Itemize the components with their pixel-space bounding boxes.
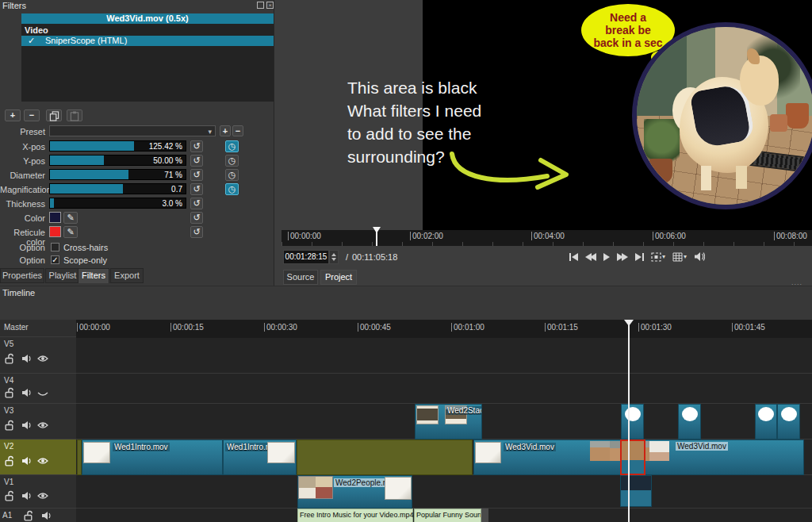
timeline-tracks-area[interactable]: 00:00:00 00:00:15 00:00:30 00:00:45 00:0… (76, 320, 812, 522)
fast-forward-button[interactable] (617, 253, 628, 261)
clip-wed1intro-2[interactable]: Wed1Intro.mov (223, 439, 297, 475)
lock-icon[interactable] (5, 455, 14, 466)
magnification-keyframes-button[interactable]: ◷ (225, 183, 239, 195)
hidden-eye-closed-icon[interactable] (37, 391, 48, 397)
track-header-a1[interactable]: A1 (0, 509, 76, 522)
spin-up-icon[interactable] (331, 253, 336, 256)
hide-eye-icon[interactable] (37, 492, 48, 500)
track-header-v3[interactable]: V3 (0, 404, 76, 439)
thickness-slider[interactable]: 3.0 % (49, 198, 186, 209)
master-track-header[interactable]: Master (0, 320, 76, 337)
track-header-v2-current[interactable]: V2 (0, 439, 76, 475)
clip-olive[interactable] (297, 439, 473, 475)
mute-icon[interactable] (41, 511, 52, 520)
diameter-reset-button[interactable]: ↺ (190, 169, 203, 181)
clip-wed2people[interactable]: Wed2People.mov (297, 475, 412, 509)
ypos-keyframes-button[interactable]: ◷ (225, 155, 239, 167)
clip-free-intro-music[interactable]: Free Intro Music for your Video.mp4 (297, 509, 413, 522)
track-label[interactable]: V3 (4, 406, 13, 415)
lock-icon[interactable] (24, 510, 33, 521)
magnification-value[interactable]: 0.7 (171, 185, 182, 194)
clip-popular-funny-sound[interactable]: Popular Funny Sound Ef (414, 509, 481, 522)
ypos-reset-button[interactable]: ↺ (190, 155, 203, 167)
track-header-v4[interactable]: V4 (0, 374, 76, 404)
diameter-keyframes-button[interactable]: ◷ (225, 169, 239, 181)
play-button[interactable] (603, 253, 610, 261)
add-filter-button[interactable]: + (5, 109, 21, 121)
filter-enabled-check-icon[interactable]: ✓ (28, 36, 35, 46)
rewind-button[interactable] (585, 253, 596, 261)
tab-export[interactable]: Export (110, 268, 144, 283)
track-label[interactable]: A1 (2, 511, 12, 520)
reticule-color-swatch[interactable] (49, 226, 61, 237)
tab-properties[interactable]: Properties (0, 268, 44, 283)
preset-dropdown[interactable]: ▾ (49, 125, 216, 136)
hide-eye-icon[interactable] (37, 355, 48, 363)
clip-fragment[interactable] (620, 475, 652, 507)
mute-icon[interactable] (21, 491, 32, 501)
selected-clip[interactable] (620, 439, 645, 475)
mute-icon[interactable] (21, 388, 32, 397)
spin-down-icon[interactable] (331, 258, 336, 261)
mute-icon[interactable] (21, 354, 32, 363)
skip-to-end-button[interactable] (635, 253, 644, 261)
diameter-value[interactable]: 71 % (164, 171, 182, 179)
paste-filters-button[interactable] (67, 109, 82, 121)
close-panel-icon[interactable]: × (266, 2, 274, 9)
lock-icon[interactable] (5, 420, 14, 431)
tab-playlist[interactable]: Playlist (45, 268, 80, 283)
track-header-v1[interactable]: V1 (0, 475, 76, 509)
mute-icon[interactable] (21, 456, 32, 466)
clip-wed1intro-1[interactable]: Wed1Intro.mov (82, 439, 223, 475)
track-label[interactable]: V5 (4, 340, 13, 348)
clip-bubble[interactable] (621, 404, 644, 439)
volume-icon[interactable] (694, 251, 705, 262)
reticule-eyedropper-icon[interactable]: ✎ (63, 226, 78, 238)
lock-icon[interactable] (5, 353, 14, 364)
ypos-slider[interactable]: 50.00 % (49, 155, 186, 166)
hide-eye-icon[interactable] (37, 421, 48, 429)
track-header-v5[interactable]: V5 (0, 337, 76, 374)
thickness-value[interactable]: 3.0 % (162, 199, 182, 208)
scope-only-checkbox[interactable]: ✓ (51, 255, 59, 264)
master-track-label[interactable]: Master (4, 323, 29, 332)
xpos-reset-button[interactable]: ↺ (190, 140, 203, 152)
crosshairs-checkbox[interactable] (51, 243, 59, 251)
lock-icon[interactable] (5, 490, 14, 501)
magnification-reset-button[interactable]: ↺ (190, 183, 203, 195)
color-reset-button[interactable]: ↺ (190, 212, 203, 224)
track-label[interactable]: V2 (4, 442, 13, 451)
clip-bubble[interactable] (755, 404, 777, 439)
float-panel-icon[interactable] (257, 2, 264, 9)
player-time-ruler[interactable]: 00:00:00 00:02:00 00:04:00 00:06:00 00:0… (282, 230, 812, 246)
save-preset-button[interactable]: + (220, 125, 231, 136)
diameter-slider[interactable]: 71 % (49, 169, 186, 180)
skip-to-start-button[interactable] (569, 253, 578, 261)
magnification-slider[interactable]: 0.7 (49, 183, 186, 194)
tab-project[interactable]: Project (320, 270, 357, 285)
reticule-reset-button[interactable]: ↺ (190, 226, 203, 238)
copy-filters-button[interactable] (46, 109, 62, 121)
clip-bubble[interactable] (678, 404, 701, 439)
hide-eye-icon[interactable] (37, 457, 48, 465)
grid-button[interactable]: ▾ (672, 252, 687, 262)
track-label[interactable]: V1 (4, 478, 13, 486)
delete-preset-button[interactable]: − (232, 125, 243, 136)
color-eyedropper-icon[interactable]: ✎ (63, 212, 78, 224)
tab-filters[interactable]: Filters (78, 268, 109, 283)
timecode-spinner[interactable]: 00:01:28:15 (283, 250, 329, 264)
filter-list-item[interactable]: ✓ SniperScope (HTML) (21, 36, 274, 46)
clip-bubble[interactable] (777, 404, 800, 439)
color-swatch[interactable] (49, 212, 61, 223)
clip-wed2stacie[interactable]: Wed2Stacie. (415, 404, 482, 439)
ypos-value[interactable]: 50.00 % (153, 156, 182, 165)
xpos-value[interactable]: 125.42 % (149, 142, 182, 151)
xpos-keyframes-button[interactable]: ◷ (225, 140, 239, 152)
lock-icon[interactable] (5, 387, 14, 398)
remove-filter-button[interactable]: − (24, 109, 40, 121)
timeline-playhead-line[interactable] (628, 320, 630, 522)
thickness-reset-button[interactable]: ↺ (190, 198, 203, 209)
tab-source[interactable]: Source (283, 270, 318, 285)
timeline-ruler[interactable]: 00:00:00 00:00:15 00:00:30 00:00:45 00:0… (76, 320, 812, 338)
timecode-spin-buttons[interactable] (329, 250, 339, 264)
